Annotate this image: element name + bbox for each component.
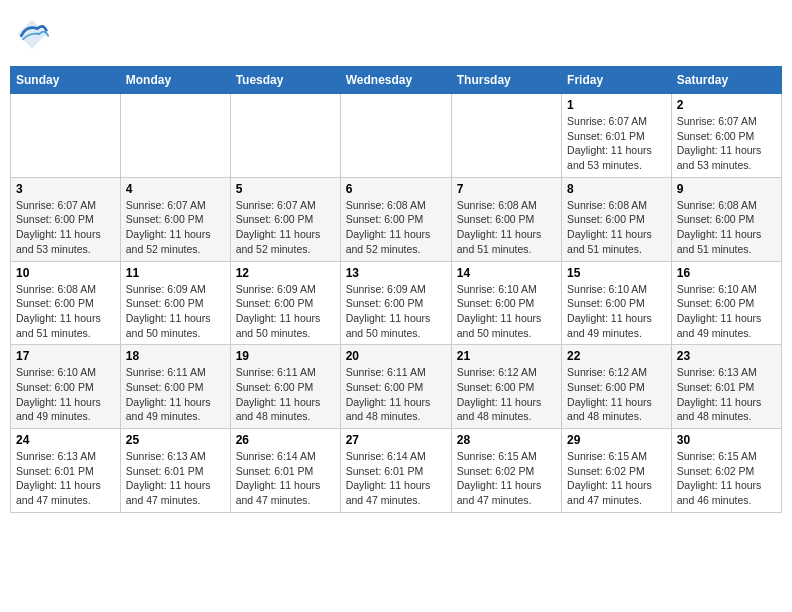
day-info: Sunrise: 6:14 AM Sunset: 6:01 PM Dayligh… — [236, 449, 335, 508]
day-info: Sunrise: 6:07 AM Sunset: 6:00 PM Dayligh… — [677, 114, 776, 173]
day-info: Sunrise: 6:10 AM Sunset: 6:00 PM Dayligh… — [16, 365, 115, 424]
day-number: 20 — [346, 349, 446, 363]
day-number: 19 — [236, 349, 335, 363]
day-number: 4 — [126, 182, 225, 196]
day-number: 18 — [126, 349, 225, 363]
day-number: 12 — [236, 266, 335, 280]
calendar-cell: 2Sunrise: 6:07 AM Sunset: 6:00 PM Daylig… — [671, 94, 781, 178]
day-info: Sunrise: 6:09 AM Sunset: 6:00 PM Dayligh… — [236, 282, 335, 341]
day-number: 5 — [236, 182, 335, 196]
calendar-cell — [230, 94, 340, 178]
calendar-cell: 10Sunrise: 6:08 AM Sunset: 6:00 PM Dayli… — [11, 261, 121, 345]
calendar-header: SundayMondayTuesdayWednesdayThursdayFrid… — [11, 67, 782, 94]
weekday-header: Tuesday — [230, 67, 340, 94]
calendar-cell: 15Sunrise: 6:10 AM Sunset: 6:00 PM Dayli… — [562, 261, 672, 345]
calendar-cell: 16Sunrise: 6:10 AM Sunset: 6:00 PM Dayli… — [671, 261, 781, 345]
day-info: Sunrise: 6:07 AM Sunset: 6:00 PM Dayligh… — [16, 198, 115, 257]
day-number: 9 — [677, 182, 776, 196]
calendar-week-row: 17Sunrise: 6:10 AM Sunset: 6:00 PM Dayli… — [11, 345, 782, 429]
calendar-cell: 17Sunrise: 6:10 AM Sunset: 6:00 PM Dayli… — [11, 345, 121, 429]
calendar-cell — [120, 94, 230, 178]
calendar-cell: 23Sunrise: 6:13 AM Sunset: 6:01 PM Dayli… — [671, 345, 781, 429]
weekday-header: Saturday — [671, 67, 781, 94]
calendar-cell: 12Sunrise: 6:09 AM Sunset: 6:00 PM Dayli… — [230, 261, 340, 345]
calendar-table: SundayMondayTuesdayWednesdayThursdayFrid… — [10, 66, 782, 513]
weekday-header: Thursday — [451, 67, 561, 94]
page-header — [10, 10, 782, 58]
calendar-cell: 4Sunrise: 6:07 AM Sunset: 6:00 PM Daylig… — [120, 177, 230, 261]
calendar-week-row: 24Sunrise: 6:13 AM Sunset: 6:01 PM Dayli… — [11, 429, 782, 513]
day-info: Sunrise: 6:13 AM Sunset: 6:01 PM Dayligh… — [16, 449, 115, 508]
calendar-cell: 22Sunrise: 6:12 AM Sunset: 6:00 PM Dayli… — [562, 345, 672, 429]
day-number: 6 — [346, 182, 446, 196]
day-number: 3 — [16, 182, 115, 196]
day-info: Sunrise: 6:12 AM Sunset: 6:00 PM Dayligh… — [567, 365, 666, 424]
day-info: Sunrise: 6:07 AM Sunset: 6:01 PM Dayligh… — [567, 114, 666, 173]
day-number: 26 — [236, 433, 335, 447]
calendar-cell: 6Sunrise: 6:08 AM Sunset: 6:00 PM Daylig… — [340, 177, 451, 261]
day-info: Sunrise: 6:07 AM Sunset: 6:00 PM Dayligh… — [126, 198, 225, 257]
calendar-cell: 8Sunrise: 6:08 AM Sunset: 6:00 PM Daylig… — [562, 177, 672, 261]
day-info: Sunrise: 6:15 AM Sunset: 6:02 PM Dayligh… — [567, 449, 666, 508]
calendar-cell: 25Sunrise: 6:13 AM Sunset: 6:01 PM Dayli… — [120, 429, 230, 513]
day-info: Sunrise: 6:13 AM Sunset: 6:01 PM Dayligh… — [126, 449, 225, 508]
calendar-week-row: 3Sunrise: 6:07 AM Sunset: 6:00 PM Daylig… — [11, 177, 782, 261]
day-number: 2 — [677, 98, 776, 112]
weekday-header: Wednesday — [340, 67, 451, 94]
calendar-cell: 9Sunrise: 6:08 AM Sunset: 6:00 PM Daylig… — [671, 177, 781, 261]
day-info: Sunrise: 6:15 AM Sunset: 6:02 PM Dayligh… — [457, 449, 556, 508]
calendar-cell: 24Sunrise: 6:13 AM Sunset: 6:01 PM Dayli… — [11, 429, 121, 513]
day-info: Sunrise: 6:09 AM Sunset: 6:00 PM Dayligh… — [346, 282, 446, 341]
day-info: Sunrise: 6:10 AM Sunset: 6:00 PM Dayligh… — [457, 282, 556, 341]
day-info: Sunrise: 6:11 AM Sunset: 6:00 PM Dayligh… — [236, 365, 335, 424]
day-number: 11 — [126, 266, 225, 280]
calendar-cell: 14Sunrise: 6:10 AM Sunset: 6:00 PM Dayli… — [451, 261, 561, 345]
day-number: 25 — [126, 433, 225, 447]
day-info: Sunrise: 6:08 AM Sunset: 6:00 PM Dayligh… — [567, 198, 666, 257]
day-number: 8 — [567, 182, 666, 196]
day-info: Sunrise: 6:08 AM Sunset: 6:00 PM Dayligh… — [677, 198, 776, 257]
day-info: Sunrise: 6:08 AM Sunset: 6:00 PM Dayligh… — [457, 198, 556, 257]
day-number: 10 — [16, 266, 115, 280]
calendar-body: 1Sunrise: 6:07 AM Sunset: 6:01 PM Daylig… — [11, 94, 782, 513]
day-number: 21 — [457, 349, 556, 363]
calendar-cell: 20Sunrise: 6:11 AM Sunset: 6:00 PM Dayli… — [340, 345, 451, 429]
day-number: 29 — [567, 433, 666, 447]
calendar-cell — [11, 94, 121, 178]
day-info: Sunrise: 6:11 AM Sunset: 6:00 PM Dayligh… — [346, 365, 446, 424]
day-number: 28 — [457, 433, 556, 447]
calendar-cell: 26Sunrise: 6:14 AM Sunset: 6:01 PM Dayli… — [230, 429, 340, 513]
day-info: Sunrise: 6:10 AM Sunset: 6:00 PM Dayligh… — [677, 282, 776, 341]
calendar-cell: 28Sunrise: 6:15 AM Sunset: 6:02 PM Dayli… — [451, 429, 561, 513]
calendar-cell — [340, 94, 451, 178]
day-number: 16 — [677, 266, 776, 280]
day-number: 13 — [346, 266, 446, 280]
calendar-cell: 27Sunrise: 6:14 AM Sunset: 6:01 PM Dayli… — [340, 429, 451, 513]
day-number: 1 — [567, 98, 666, 112]
day-info: Sunrise: 6:11 AM Sunset: 6:00 PM Dayligh… — [126, 365, 225, 424]
day-info: Sunrise: 6:12 AM Sunset: 6:00 PM Dayligh… — [457, 365, 556, 424]
day-info: Sunrise: 6:14 AM Sunset: 6:01 PM Dayligh… — [346, 449, 446, 508]
calendar-cell: 29Sunrise: 6:15 AM Sunset: 6:02 PM Dayli… — [562, 429, 672, 513]
calendar-cell — [451, 94, 561, 178]
day-info: Sunrise: 6:08 AM Sunset: 6:00 PM Dayligh… — [346, 198, 446, 257]
day-number: 23 — [677, 349, 776, 363]
day-number: 17 — [16, 349, 115, 363]
calendar-cell: 18Sunrise: 6:11 AM Sunset: 6:00 PM Dayli… — [120, 345, 230, 429]
calendar-cell: 21Sunrise: 6:12 AM Sunset: 6:00 PM Dayli… — [451, 345, 561, 429]
calendar-cell: 1Sunrise: 6:07 AM Sunset: 6:01 PM Daylig… — [562, 94, 672, 178]
calendar-cell: 5Sunrise: 6:07 AM Sunset: 6:00 PM Daylig… — [230, 177, 340, 261]
day-info: Sunrise: 6:08 AM Sunset: 6:00 PM Dayligh… — [16, 282, 115, 341]
logo-icon — [14, 16, 50, 52]
calendar-cell: 13Sunrise: 6:09 AM Sunset: 6:00 PM Dayli… — [340, 261, 451, 345]
day-info: Sunrise: 6:10 AM Sunset: 6:00 PM Dayligh… — [567, 282, 666, 341]
day-number: 30 — [677, 433, 776, 447]
weekday-row: SundayMondayTuesdayWednesdayThursdayFrid… — [11, 67, 782, 94]
day-number: 14 — [457, 266, 556, 280]
weekday-header: Friday — [562, 67, 672, 94]
logo — [14, 16, 54, 52]
day-info: Sunrise: 6:15 AM Sunset: 6:02 PM Dayligh… — [677, 449, 776, 508]
weekday-header: Monday — [120, 67, 230, 94]
weekday-header: Sunday — [11, 67, 121, 94]
day-number: 22 — [567, 349, 666, 363]
